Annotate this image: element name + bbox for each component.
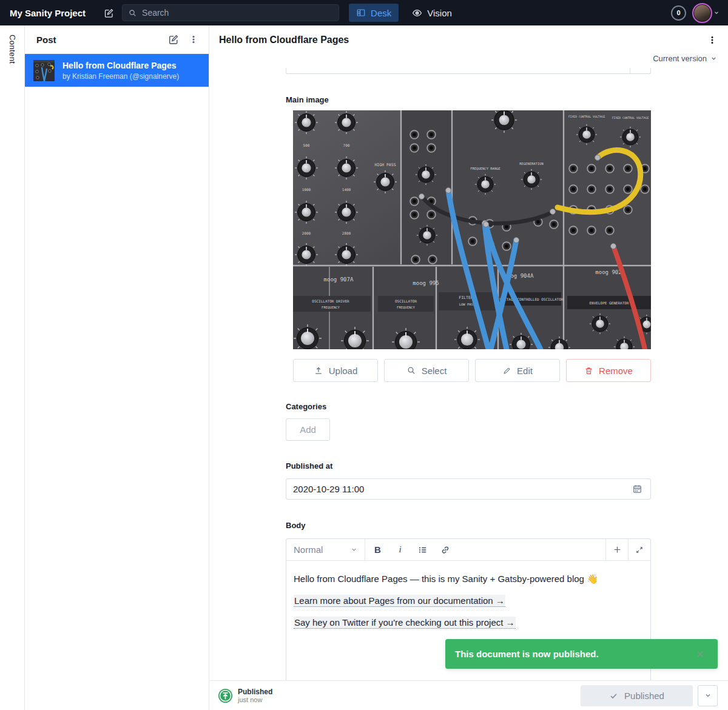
new-document-button[interactable]: [104, 8, 114, 18]
pencil-icon: [502, 366, 511, 375]
tab-desk-label: Desk: [371, 8, 391, 18]
link-button[interactable]: [434, 539, 456, 560]
document-footer: Published just now Published: [209, 680, 728, 710]
bullet-list-icon: [418, 545, 428, 555]
image-actions: Upload Select Edit: [293, 359, 651, 382]
list-item-texts: Hello from Cloudflare Pages by Kristian …: [62, 61, 179, 81]
list-item-subtitle: by Kristian Freeman (@signalnerve): [62, 72, 179, 81]
upload-icon: [314, 366, 323, 375]
desk-icon: [356, 8, 366, 18]
chevron-down-icon: [351, 546, 357, 553]
post-thumbnail: [33, 60, 55, 81]
publish-status-chip[interactable]: Published just now: [218, 688, 272, 704]
kebab-menu-icon: [189, 35, 198, 44]
workspace: Content Post: [0, 25, 728, 710]
remove-label: Remove: [599, 366, 633, 376]
publish-menu-button[interactable]: [698, 685, 718, 706]
search-input[interactable]: [142, 8, 333, 18]
content-rail[interactable]: Content: [0, 25, 25, 710]
publish-status-time: just now: [238, 696, 272, 704]
cut-off-field[interactable]: [286, 68, 651, 74]
select-button[interactable]: Select: [384, 359, 469, 382]
select-label: Select: [422, 366, 447, 376]
chevron-down-icon: [713, 10, 720, 16]
tool-tabs: Desk Vision: [349, 4, 459, 22]
link-icon: [440, 545, 450, 555]
body-link-documentation[interactable]: Learn more about Pages from our document…: [294, 595, 505, 607]
publish-status-title: Published: [238, 688, 272, 696]
main-image-preview[interactable]: 500 700 1000 1400 2000 2800 HIGH PASS mo…: [293, 110, 651, 349]
project-title: My Sanity Project: [10, 8, 86, 18]
chevron-down-icon: [704, 692, 712, 699]
bold-button[interactable]: B: [366, 539, 389, 560]
synthesizer-photo: 500 700 1000 1400 2000 2800 HIGH PASS mo…: [293, 110, 651, 349]
main-image-label: Main image: [286, 95, 329, 104]
tab-vision-label: Vision: [427, 8, 452, 18]
global-search[interactable]: [122, 4, 339, 21]
body-paragraph: Hello from Cloudflare Pages — this is my…: [294, 572, 643, 585]
calendar-button[interactable]: [631, 483, 644, 495]
remove-button[interactable]: Remove: [566, 359, 651, 382]
document-form: Main image: [209, 68, 728, 680]
upload-label: Upload: [329, 366, 358, 376]
expand-icon: [635, 546, 644, 554]
search-icon: [406, 366, 416, 375]
body-link-twitter[interactable]: Say hey on Twitter if you're checking ou…: [294, 617, 516, 629]
navbar: My Sanity Project Desk Visi: [0, 0, 728, 25]
published-icon: [218, 689, 232, 703]
post-list-panel: Post Hello from Cloudflare Pages: [25, 25, 209, 710]
post-panel-header: Post: [25, 25, 209, 54]
document-menu-button[interactable]: [705, 33, 720, 47]
list-item-title: Hello from Cloudflare Pages: [62, 61, 179, 71]
tab-vision[interactable]: Vision: [405, 4, 459, 22]
publish-status-texts: Published just now: [238, 688, 272, 704]
document-pane: Hello from Cloudflare Pages Current vers…: [209, 25, 728, 710]
upload-button[interactable]: Upload: [293, 359, 378, 382]
published-at-input[interactable]: [293, 484, 631, 494]
compose-icon: [168, 34, 179, 45]
toast-close-button[interactable]: [692, 646, 708, 662]
published-at-label: Published at: [286, 461, 332, 471]
fullscreen-button[interactable]: [628, 539, 650, 560]
trash-icon: [584, 366, 593, 375]
editor-content[interactable]: Hello from Cloudflare Pages — this is my…: [286, 561, 650, 629]
eye-icon: [412, 8, 422, 18]
publish-button[interactable]: Published: [581, 685, 693, 706]
sanity-studio-app: My Sanity Project Desk Visi: [0, 0, 728, 710]
document-header: Hello from Cloudflare Pages Current vers…: [209, 25, 728, 68]
italic-button[interactable]: i: [389, 539, 411, 560]
tab-desk[interactable]: Desk: [349, 4, 399, 22]
compose-icon: [104, 8, 114, 18]
avatar: [692, 3, 712, 23]
presence-count: 0: [676, 9, 680, 16]
body-label: Body: [286, 521, 306, 530]
toast-message: This document is now published.: [455, 649, 692, 659]
user-menu-button[interactable]: [692, 3, 720, 23]
insert-block-button[interactable]: [605, 539, 628, 560]
version-label: Current version: [653, 54, 707, 63]
edit-button[interactable]: Edit: [475, 359, 560, 382]
style-select-value: Normal: [294, 544, 323, 555]
kebab-menu-icon: [707, 35, 717, 45]
presence-badge[interactable]: 0: [671, 5, 686, 21]
create-post-button[interactable]: [166, 32, 181, 47]
post-panel-menu-button[interactable]: [186, 32, 201, 47]
plus-icon: [613, 545, 622, 554]
list-item[interactable]: Hello from Cloudflare Pages by Kristian …: [25, 54, 209, 87]
version-selector[interactable]: Current version: [653, 54, 717, 63]
add-category-button[interactable]: Add: [286, 418, 330, 441]
post-panel-title: Post: [36, 35, 166, 45]
content-rail-label: Content: [8, 35, 17, 710]
search-icon: [128, 8, 137, 18]
close-icon: [695, 649, 706, 660]
style-select[interactable]: Normal: [286, 539, 365, 560]
bullet-list-button[interactable]: [411, 539, 434, 560]
format-buttons: B i: [365, 539, 605, 560]
publish-toast: This document is now published.: [445, 639, 718, 669]
edit-label: Edit: [517, 366, 533, 376]
calendar-icon: [632, 484, 642, 494]
categories-label: Categories: [286, 402, 326, 411]
published-at-field: [286, 478, 651, 500]
chevron-down-icon: [710, 55, 717, 62]
publish-button-label: Published: [624, 691, 664, 701]
